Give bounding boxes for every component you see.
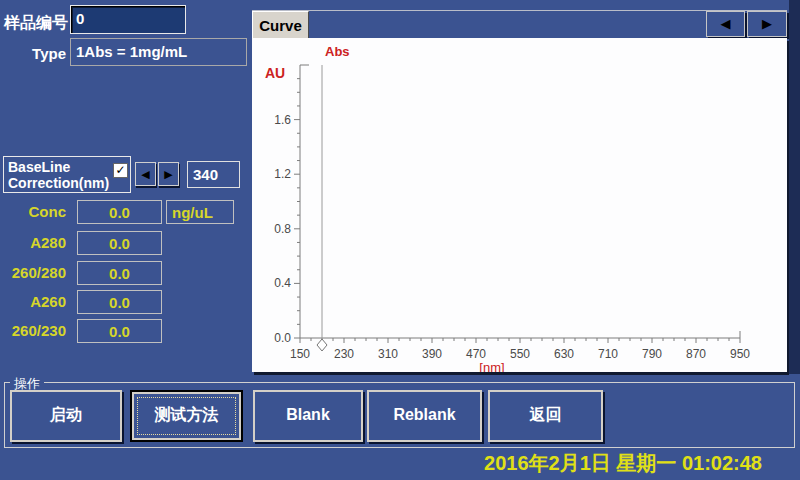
sample-number-label: 样品编号	[4, 13, 68, 34]
ratio-260-280-label: 260/280	[0, 264, 66, 281]
chart-page-right-button[interactable]: ▶	[747, 11, 787, 37]
baseline-increase-button[interactable]: ▶	[158, 162, 179, 186]
a280-label: A280	[0, 234, 66, 251]
svg-text:0.4: 0.4	[274, 276, 291, 290]
test-method-button-label: 测试方法	[155, 406, 219, 423]
start-button[interactable]: 启动	[10, 390, 122, 442]
svg-text:0.8: 0.8	[274, 222, 291, 236]
start-button-label: 启动	[50, 406, 82, 423]
y-axis-unit-label: AU	[265, 65, 285, 81]
svg-text:1.6: 1.6	[274, 113, 291, 127]
a280-value: 0.0	[77, 231, 162, 255]
wavelength-cursor-handle[interactable]	[317, 339, 327, 351]
type-field[interactable]: 1Abs = 1mg/mL	[70, 38, 247, 66]
return-button[interactable]: 返回	[488, 390, 603, 442]
conc-label: Conc	[0, 203, 66, 220]
right-arrow-icon: ▶	[762, 16, 772, 31]
series-title-label: Abs	[325, 44, 350, 59]
svg-text:630: 630	[554, 347, 574, 361]
chart-page-left-button[interactable]: ◀	[706, 11, 745, 37]
svg-text:470: 470	[466, 347, 486, 361]
svg-text:230: 230	[334, 347, 354, 361]
left-arrow-icon: ◀	[141, 168, 149, 180]
tab-curve[interactable]: Curve	[252, 11, 309, 38]
reblank-button-label: Reblank	[393, 406, 455, 423]
baseline-checkbox[interactable]: ✓	[113, 163, 128, 178]
baseline-label-line2: Correction(nm)	[8, 175, 109, 191]
svg-text:950: 950	[730, 347, 750, 361]
a260-label: A260	[0, 293, 66, 310]
blank-button-label: Blank	[286, 406, 330, 423]
baseline-decrease-button[interactable]: ◀	[135, 162, 156, 186]
sample-number-input[interactable]: 0	[70, 5, 186, 34]
baseline-label-line1: BaseLine	[8, 159, 70, 175]
svg-text:870: 870	[686, 347, 706, 361]
test-method-button[interactable]: 测试方法	[130, 390, 243, 442]
conc-unit: ng/uL	[166, 200, 234, 224]
svg-text:390: 390	[422, 347, 442, 361]
svg-text:0.0: 0.0	[274, 331, 291, 345]
conc-value: 0.0	[77, 200, 162, 224]
svg-text:1.2: 1.2	[274, 167, 291, 181]
x-axis-unit-label: [nm]	[479, 360, 504, 372]
baseline-wavelength-field[interactable]: 340	[187, 161, 240, 188]
baseline-correction-group: BaseLine Correction(nm)	[3, 156, 131, 193]
ratio-260-230-label: 260/230	[0, 322, 66, 339]
wavelength-cursor[interactable]	[317, 65, 327, 351]
type-label: Type	[0, 45, 66, 62]
right-edge-shadow	[789, 0, 800, 374]
ratio-260-280-value: 0.0	[77, 261, 162, 285]
svg-text:550: 550	[510, 347, 530, 361]
right-arrow-icon: ▶	[164, 168, 172, 180]
svg-text:790: 790	[642, 347, 662, 361]
datetime-display: 2016年2月1日 星期一 01:02:48	[484, 450, 762, 477]
left-arrow-icon: ◀	[721, 16, 731, 31]
checkbox-check-icon: ✓	[115, 163, 125, 177]
svg-text:150: 150	[290, 347, 310, 361]
svg-text:710: 710	[598, 347, 618, 361]
return-button-label: 返回	[530, 406, 562, 423]
spectrum-chart-panel: 1502303103904705506307107908709500.00.40…	[252, 38, 787, 372]
reblank-button[interactable]: Reblank	[367, 390, 482, 442]
a260-value: 0.0	[77, 290, 162, 314]
spectrum-plot: 1502303103904705506307107908709500.00.40…	[252, 38, 787, 372]
svg-text:310: 310	[378, 347, 398, 361]
blank-button[interactable]: Blank	[253, 390, 363, 442]
ratio-260-230-value: 0.0	[77, 319, 162, 343]
